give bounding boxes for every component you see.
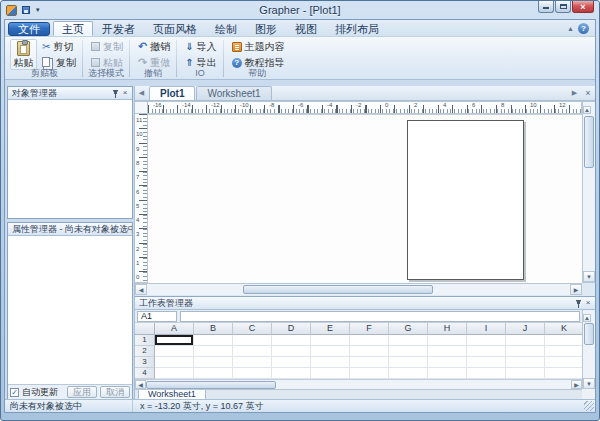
pin-icon[interactable]: [573, 298, 583, 308]
worksheet-cell[interactable]: [155, 335, 194, 346]
ribbon-tab-graph[interactable]: 图形: [246, 21, 286, 36]
worksheet-cell[interactable]: [311, 357, 350, 368]
select-mode-copy-button[interactable]: 复制: [88, 39, 126, 54]
save-icon[interactable]: [19, 4, 32, 16]
worksheet-cell[interactable]: [506, 368, 545, 379]
scroll-right-icon[interactable]: ▶: [571, 380, 582, 389]
worksheet-horizontal-scrollbar[interactable]: ◀ ▶: [135, 379, 582, 389]
worksheet-cell[interactable]: [311, 346, 350, 357]
undo-button[interactable]: ↶撤销: [135, 39, 173, 54]
worksheet-cell[interactable]: [155, 368, 194, 379]
qat-dropdown-icon[interactable]: ▾: [34, 6, 42, 14]
worksheet-cell[interactable]: [545, 368, 582, 379]
row-header[interactable]: 2: [135, 346, 155, 357]
scrollbar-thumb[interactable]: [584, 323, 594, 345]
column-header[interactable]: C: [233, 323, 272, 335]
scroll-left-icon[interactable]: ◀: [135, 380, 146, 389]
column-header[interactable]: I: [467, 323, 506, 335]
tab-plot1[interactable]: Plot1: [149, 86, 195, 100]
worksheet-cell[interactable]: [428, 357, 467, 368]
worksheet-cell[interactable]: [389, 357, 428, 368]
worksheet-vertical-scrollbar[interactable]: ▲ ▼: [582, 310, 595, 389]
worksheet-cell[interactable]: [428, 346, 467, 357]
row-header[interactable]: 4: [135, 368, 155, 379]
minimize-ribbon-icon[interactable]: ▲: [567, 25, 574, 32]
canvas-vertical-scrollbar[interactable]: ▲ ▼: [582, 101, 595, 283]
scrollbar-thumb[interactable]: [146, 381, 276, 389]
scroll-down-icon[interactable]: ▼: [583, 378, 595, 389]
close-panel-icon[interactable]: ×: [583, 297, 593, 309]
worksheet-manager-titlebar[interactable]: 工作表管理器 ×: [135, 297, 595, 310]
theme-content-button[interactable]: 主题内容: [229, 39, 288, 54]
auto-update-checkbox[interactable]: [10, 388, 19, 397]
worksheet-cell[interactable]: [506, 357, 545, 368]
worksheet-cell[interactable]: [428, 335, 467, 346]
worksheet-cell[interactable]: [545, 335, 582, 346]
worksheet-cell[interactable]: [389, 335, 428, 346]
worksheet-cell[interactable]: [194, 357, 233, 368]
worksheet-cell[interactable]: [233, 346, 272, 357]
worksheet-cell[interactable]: [194, 335, 233, 346]
maximize-button[interactable]: [555, 1, 571, 13]
resize-grip[interactable]: [584, 401, 594, 411]
row-header[interactable]: 3: [135, 357, 155, 368]
worksheet-cell[interactable]: [350, 335, 389, 346]
canvas-horizontal-scrollbar[interactable]: ◀ ▶: [135, 283, 582, 295]
cancel-button[interactable]: 取消: [100, 386, 130, 398]
worksheet-cell[interactable]: [272, 357, 311, 368]
scrollbar-thumb[interactable]: [243, 285, 433, 294]
worksheet-cell[interactable]: [506, 346, 545, 357]
worksheet-cell[interactable]: [194, 346, 233, 357]
column-header[interactable]: D: [272, 323, 311, 335]
worksheet-cell[interactable]: [233, 357, 272, 368]
worksheet-cell[interactable]: [272, 346, 311, 357]
paste-button[interactable]: 粘贴: [10, 39, 37, 70]
formula-input[interactable]: [180, 311, 580, 322]
column-header[interactable]: A: [155, 323, 194, 335]
apply-button[interactable]: 应用: [67, 386, 97, 398]
tab-worksheet1[interactable]: Worksheet1: [196, 86, 271, 100]
scroll-right-icon[interactable]: ▶: [570, 284, 582, 295]
worksheet-cell[interactable]: [467, 357, 506, 368]
row-header[interactable]: 1: [135, 335, 155, 346]
ribbon-tab-draw[interactable]: 绘制: [206, 21, 246, 36]
column-header[interactable]: H: [428, 323, 467, 335]
worksheet-cell[interactable]: [350, 357, 389, 368]
worksheet-cell[interactable]: [545, 357, 582, 368]
scroll-up-icon[interactable]: ▲: [583, 106, 591, 114]
worksheet-cell[interactable]: [506, 335, 545, 346]
select-all-corner[interactable]: [135, 323, 155, 335]
ribbon-tab-page-style[interactable]: 页面风格: [144, 21, 206, 36]
worksheet-cell[interactable]: [233, 335, 272, 346]
close-button[interactable]: ×: [572, 1, 594, 13]
doc-tab-scroll-right-icon[interactable]: ▶: [568, 89, 581, 97]
worksheet-cell[interactable]: [545, 346, 582, 357]
file-menu-button[interactable]: 文件: [8, 22, 50, 36]
worksheet-cell[interactable]: [428, 368, 467, 379]
column-header[interactable]: F: [350, 323, 389, 335]
worksheet-cell[interactable]: [311, 368, 350, 379]
worksheet-cell[interactable]: [389, 368, 428, 379]
titlebar[interactable]: ▾ Grapher - [Plot1] ×: [1, 1, 599, 19]
minimize-button[interactable]: [538, 1, 554, 13]
column-header[interactable]: J: [506, 323, 545, 335]
object-manager-titlebar[interactable]: 对象管理器 ×: [8, 87, 132, 100]
ribbon-tab-developer[interactable]: 开发者: [93, 21, 144, 36]
scroll-left-icon[interactable]: ◀: [135, 284, 147, 295]
property-manager-titlebar[interactable]: 属性管理器 - 尚未有对象被选中 ×: [8, 223, 132, 236]
ribbon-tab-home[interactable]: 主页: [53, 21, 93, 36]
worksheet-cell[interactable]: [350, 346, 389, 357]
import-button[interactable]: ⇓导入: [182, 39, 219, 54]
ribbon-tab-view[interactable]: 视图: [286, 21, 326, 36]
scroll-down-icon[interactable]: ▼: [583, 271, 595, 282]
doc-tab-close-icon[interactable]: ×: [581, 88, 595, 98]
column-header[interactable]: G: [389, 323, 428, 335]
cell-reference-box[interactable]: A1: [137, 311, 177, 322]
help-icon[interactable]: ?: [578, 23, 589, 34]
pin-icon[interactable]: [110, 88, 120, 98]
worksheet-cell[interactable]: [155, 357, 194, 368]
worksheet-cell[interactable]: [194, 368, 233, 379]
scroll-up-icon[interactable]: ▲: [583, 314, 591, 322]
worksheet-cell[interactable]: [311, 335, 350, 346]
ribbon-tab-arrange[interactable]: 排列布局: [326, 21, 388, 36]
